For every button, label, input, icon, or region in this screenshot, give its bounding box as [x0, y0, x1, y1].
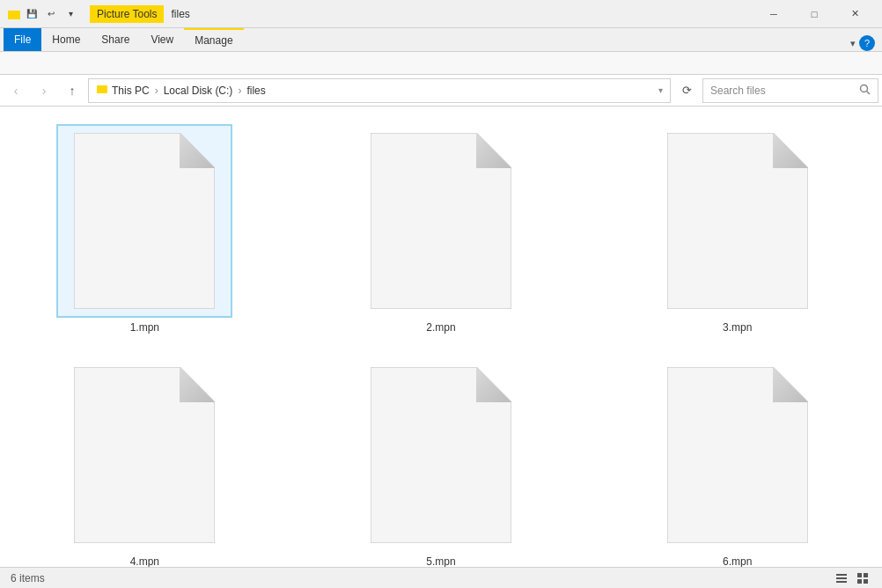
file-label: 5.mpn	[426, 555, 455, 567]
search-box[interactable]: Search files	[702, 78, 878, 103]
path-files: files	[246, 85, 265, 97]
path-thispc: This PC	[112, 85, 150, 97]
file-icon-wrapper	[650, 124, 826, 318]
status-right	[833, 570, 871, 587]
quick-dropdown-btn[interactable]: ▾	[62, 5, 79, 23]
path-dropdown-btn[interactable]: ▾	[658, 85, 663, 95]
title-bar: 💾 ↩ ▾ Picture Tools files ─ □ ✕	[0, 0, 882, 28]
file-icon	[74, 133, 215, 309]
file-icon	[371, 367, 511, 543]
file-icon	[371, 133, 511, 309]
file-item-file6[interactable]: 6.mpn	[650, 355, 826, 567]
close-button[interactable]: ✕	[834, 0, 875, 28]
file-item-file2[interactable]: 2.mpn	[353, 121, 529, 337]
file-item-file1[interactable]: 1.mpn	[56, 121, 232, 337]
address-bar: ‹ › ↑ This PC › Local Disk (C:) › files …	[0, 75, 882, 107]
file-label: 4.mpn	[130, 555, 159, 567]
ribbon-collapse-btn[interactable]: ▾	[850, 38, 856, 49]
file-item-file5[interactable]: 5.mpn	[353, 355, 529, 567]
svg-marker-21	[773, 367, 808, 402]
svg-line-3	[867, 91, 871, 94]
folder-icon	[7, 7, 21, 21]
file-icon-wrapper	[56, 358, 232, 552]
file-label: 2.mpn	[426, 321, 455, 334]
svg-point-2	[861, 85, 868, 92]
file-item-file4[interactable]: 4.mpn	[56, 355, 232, 567]
back-button[interactable]: ‹	[4, 78, 28, 103]
svg-marker-15	[180, 367, 215, 402]
status-bar: 6 items	[0, 567, 882, 588]
grid-view-button[interactable]	[854, 570, 871, 587]
forward-button[interactable]: ›	[32, 78, 56, 103]
tab-manage[interactable]: Manage	[184, 28, 243, 51]
search-placeholder: Search files	[710, 85, 856, 97]
tab-home[interactable]: Home	[41, 28, 91, 51]
svg-rect-28	[864, 579, 868, 584]
path-localdisk: Local Disk (C:)	[164, 85, 233, 97]
list-view-button[interactable]	[833, 570, 850, 587]
svg-marker-9	[476, 133, 511, 168]
search-icon	[859, 84, 871, 98]
file-icon-wrapper	[56, 124, 232, 318]
svg-rect-22	[836, 574, 847, 576]
refresh-button[interactable]: ⟳	[674, 78, 699, 103]
svg-marker-12	[773, 133, 808, 168]
svg-marker-18	[476, 367, 511, 402]
file-icon-wrapper	[650, 358, 826, 552]
help-btn[interactable]: ?	[859, 35, 875, 51]
quick-undo-btn[interactable]: ↩	[42, 5, 60, 23]
file-label: 3.mpn	[723, 321, 752, 334]
file-label: 1.mpn	[130, 321, 159, 334]
file-item-file3[interactable]: 3.mpn	[650, 121, 826, 337]
tab-file[interactable]: File	[4, 28, 41, 51]
svg-rect-25	[857, 573, 862, 577]
svg-rect-24	[836, 581, 847, 583]
svg-rect-26	[864, 573, 868, 577]
window-controls: ─ □ ✕	[753, 0, 875, 28]
file-icon-wrapper	[353, 124, 529, 318]
svg-rect-1	[97, 85, 107, 93]
minimize-button[interactable]: ─	[753, 0, 794, 28]
title-bar-left: 💾 ↩ ▾ Picture Tools files	[7, 5, 753, 23]
file-icon-wrapper	[353, 358, 529, 552]
picture-tools-label: Picture Tools	[90, 5, 164, 23]
maximize-button[interactable]: □	[794, 0, 834, 28]
file-grid: 1.mpn 2.mpn 3.mpn 4.mpn	[0, 107, 882, 567]
svg-marker-6	[180, 133, 215, 168]
quick-access: 💾 ↩ ▾	[7, 5, 79, 23]
ribbon-content	[0, 51, 882, 74]
window-title: files	[171, 8, 189, 20]
file-icon	[667, 367, 808, 543]
address-path[interactable]: This PC › Local Disk (C:) › files ▾	[88, 78, 671, 103]
up-button[interactable]: ↑	[60, 78, 85, 103]
ribbon: File Home Share View Manage ▾ ?	[0, 28, 882, 75]
item-count: 6 items	[11, 572, 45, 584]
svg-rect-23	[836, 577, 847, 579]
file-label: 6.mpn	[723, 555, 752, 567]
file-icon	[74, 367, 215, 543]
path-sep-2: ›	[238, 85, 241, 97]
path-folder-icon	[96, 83, 108, 98]
tab-view[interactable]: View	[140, 28, 184, 51]
svg-rect-27	[857, 579, 862, 584]
ribbon-tabs: File Home Share View Manage ▾ ?	[0, 28, 882, 51]
quick-save-btn[interactable]: 💾	[23, 5, 40, 23]
path-sep-1: ›	[155, 85, 158, 97]
file-icon	[667, 133, 808, 309]
tab-share[interactable]: Share	[91, 28, 140, 51]
